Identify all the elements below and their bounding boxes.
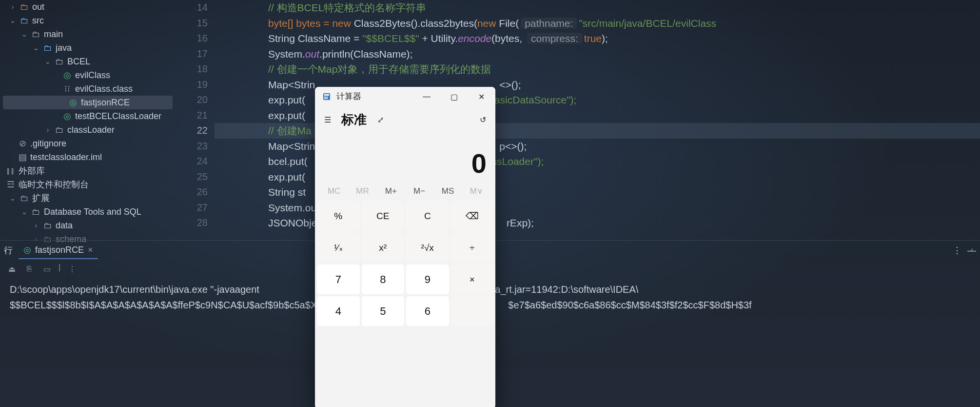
external-libraries[interactable]: ⫿⫿ 外部库 (0, 164, 176, 178)
key-sqrt[interactable]: ²√x (406, 233, 449, 263)
key-5[interactable]: 5 (362, 296, 405, 326)
mem-ms[interactable]: MS (433, 186, 462, 196)
folder-main[interactable]: ⌄ 🗀 main (0, 27, 176, 41)
file-fastjsonrce[interactable]: ◎ fastjsonRCE (3, 96, 173, 109)
hamburger-icon[interactable]: ☰ (322, 114, 333, 126)
calculator-icon (322, 92, 332, 102)
svg-rect-5 (326, 98, 328, 99)
code-comment: // 构造BCEL特定格式的名称字符串 (268, 2, 426, 13)
line-number: 24 (176, 154, 208, 169)
key-square[interactable]: x² (362, 233, 405, 263)
key-6[interactable]: 6 (406, 296, 449, 326)
mem-mlist[interactable]: M∨ (462, 186, 490, 196)
run-tab[interactable]: ◎ fastjsonRCE × (19, 242, 98, 259)
package-icon: 🗀 (55, 125, 64, 135)
gitignore-icon: ⊘ (18, 139, 27, 148)
key-8[interactable]: 8 (362, 265, 405, 294)
file-label: fastjsonRCE (81, 98, 130, 108)
display-value: 0 (471, 147, 487, 179)
key-backspace[interactable]: ⌫ (451, 201, 494, 231)
maximize-button[interactable]: ▢ (443, 87, 465, 106)
library-icon: ⫿⫿ (6, 166, 16, 176)
ide-root: { "tree": { "out":"out","src":"src","mai… (0, 0, 980, 407)
scroll-left-icon[interactable]: ‹ (971, 245, 973, 254)
chevron-right-icon: › (32, 222, 40, 229)
package-bcel[interactable]: ⌄ 🗀 BCEL (0, 55, 176, 68)
line-number: 25 (176, 169, 208, 185)
key-divide[interactable]: ÷ (451, 233, 494, 263)
mem-mr[interactable]: MR (348, 186, 376, 196)
minimize-button[interactable]: — (415, 87, 438, 106)
key-7[interactable]: 7 (317, 265, 360, 294)
mem-mminus[interactable]: M− (405, 186, 433, 196)
module-icon: ▤ (18, 152, 27, 162)
key-multiply[interactable]: × (451, 265, 494, 294)
calc-display: 0 (315, 133, 495, 182)
close-button[interactable]: ✕ (470, 87, 492, 106)
chevron-right-icon: › (44, 126, 52, 134)
svg-rect-1 (324, 94, 329, 96)
history-icon[interactable]: ↺ (477, 114, 489, 126)
file-label: testBCELClassLoader (75, 111, 161, 122)
chevron-down-icon: ⌄ (20, 208, 28, 216)
close-icon[interactable]: × (88, 245, 93, 255)
chevron-down-icon: ⌄ (32, 44, 40, 52)
folder-icon: 🗀 (20, 193, 29, 203)
attach-icon[interactable]: ⏏ (6, 263, 18, 275)
key-4[interactable]: 4 (317, 296, 360, 326)
chevron-right-icon: › (9, 3, 17, 11)
folder-label: Database Tools and SQL (44, 207, 141, 217)
file-evilclass[interactable]: ◎ evilClass (0, 68, 176, 82)
file-iml[interactable]: ▤ testclassloader.iml (0, 150, 176, 164)
key-percent[interactable]: % (317, 201, 360, 231)
line-number: 21 (176, 108, 208, 123)
svg-rect-2 (324, 97, 326, 98)
line-number: 22 (176, 123, 208, 139)
chevron-down-icon: ⌄ (44, 58, 52, 65)
folder-icon: 🗀 (31, 207, 41, 217)
editor-gutter: 14 15 16 17 18 19 20 21 22 23 24 25 26 2… (176, 0, 215, 240)
line-number: 15 (176, 16, 208, 31)
folder-label: BCEL (67, 57, 90, 67)
line-number: 23 (176, 139, 208, 154)
package-classloader[interactable]: › 🗀 classLoader (0, 123, 176, 137)
mem-mc[interactable]: MC (320, 186, 348, 196)
run-icon: ◎ (23, 244, 31, 255)
line-number: 18 (176, 61, 208, 77)
window-title: 计算器 (336, 91, 361, 102)
class-icon: ◎ (62, 70, 72, 80)
line-number: 14 (176, 0, 208, 16)
more-icon[interactable]: ⋮ (953, 245, 961, 256)
snapshot-icon[interactable]: ⎘ (23, 263, 35, 275)
line-number: 28 (176, 215, 208, 231)
key-minus[interactable] (451, 296, 494, 326)
file-gitignore[interactable]: ⊘ .gitignore (0, 137, 176, 150)
calc-titlebar[interactable]: 计算器 — ▢ ✕ (315, 87, 495, 106)
mem-mplus[interactable]: M+ (377, 186, 405, 196)
keep-on-top-icon[interactable]: ⤢ (374, 114, 386, 126)
key-reciprocal[interactable]: ¹⁄ₓ (317, 233, 360, 263)
node-label: 外部库 (19, 165, 45, 177)
folder-java[interactable]: ⌄ 🗀 java (0, 41, 176, 55)
scratches[interactable]: ☲ 临时文件和控制台 (0, 178, 176, 191)
more-actions-icon[interactable]: ⋮ (66, 263, 78, 275)
key-ce[interactable]: CE (362, 201, 405, 231)
folder-icon: 🗀 (20, 2, 29, 12)
folder-label: classLoader (67, 125, 115, 135)
file-label: evilClass (75, 70, 110, 81)
memory-row: MC MR M+ M− MS M∨ (315, 182, 495, 201)
folder-label: out (32, 2, 44, 12)
extensions[interactable]: ⌄ 🗀 扩展 (0, 191, 176, 205)
project-tree: › 🗀 out ⌄ 🗀 src ⌄ 🗀 main ⌄ 🗀 java ⌄ 🗀 BC… (0, 0, 176, 240)
layout-icon[interactable]: ▭ (41, 263, 53, 275)
folder-src[interactable]: ⌄ 🗀 src (0, 14, 176, 27)
file-evilclass-class[interactable]: ⁝⁝ evilClass.class (0, 82, 176, 96)
folder-icon: 🗀 (31, 29, 41, 39)
calc-header: ☰ 标准 ⤢ ↺ (315, 106, 495, 133)
key-9[interactable]: 9 (406, 265, 449, 294)
key-c[interactable]: C (406, 201, 449, 231)
folder-out[interactable]: › 🗀 out (0, 0, 176, 14)
folder-dbtools[interactable]: ⌄ 🗀 Database Tools and SQL (0, 205, 176, 219)
file-testbcel[interactable]: ◎ testBCELClassLoader (0, 109, 176, 123)
folder-data[interactable]: › 🗀 data (0, 219, 176, 232)
